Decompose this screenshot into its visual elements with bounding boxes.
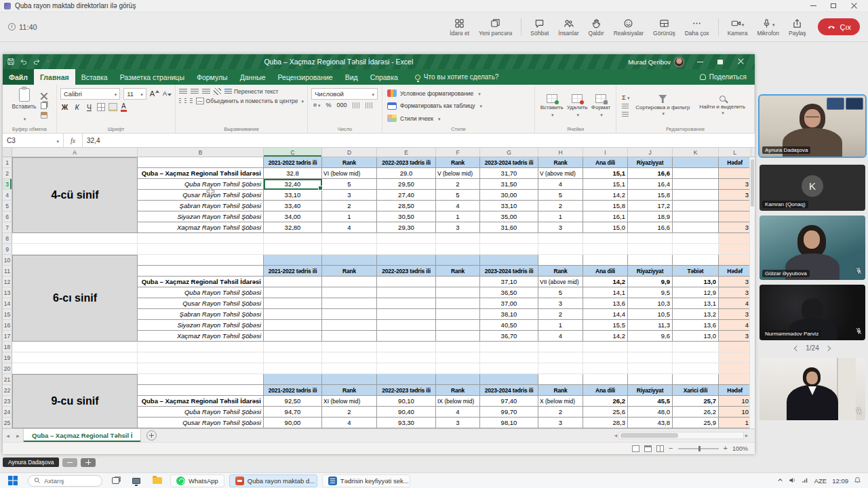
fill-icon[interactable]	[622, 104, 629, 109]
cell-C4[interactable]: 33,10	[264, 190, 322, 201]
cell-D19[interactable]	[322, 352, 377, 363]
shrink-font-icon[interactable]: А	[163, 91, 172, 97]
cell-K8[interactable]	[673, 233, 719, 244]
participant-tile-parviz[interactable]: Nurməmmədov Parviz	[760, 285, 865, 340]
close-icon[interactable]	[844, 1, 864, 12]
leave-button[interactable]: Çıx	[818, 18, 861, 35]
cell-J15[interactable]: 10,5	[628, 309, 673, 320]
cell-K2[interactable]	[673, 168, 719, 179]
cell-J16[interactable]: 11,3	[628, 320, 673, 331]
cell-G3[interactable]: 31,50	[480, 179, 538, 190]
align-middle-icon[interactable]	[191, 89, 199, 95]
cell-E7[interactable]: 29,30	[377, 222, 436, 233]
sheet-tab[interactable]: Quba – Xaçmaz Regional Təhsil İ	[23, 429, 141, 442]
cell-K11[interactable]: Təbiət	[673, 266, 719, 277]
row-header-17[interactable]: 17	[3, 331, 12, 342]
row-header-11[interactable]: 11	[3, 266, 12, 277]
row-header-20[interactable]: 20	[3, 363, 12, 374]
align-center-icon[interactable]	[184, 98, 186, 104]
cell-B3[interactable]: Quba Rayon Təhsil Şöbəsi	[138, 179, 264, 190]
cell-E22[interactable]: 2022-2023 tədris ili	[377, 385, 436, 396]
participant-tile-kamran[interactable]: KKamran (Qonaq)	[760, 165, 865, 211]
cell-D6[interactable]: 1	[322, 211, 377, 222]
cell-L4[interactable]: 3	[719, 190, 751, 201]
cell-F15[interactable]	[436, 309, 480, 320]
vertical-scrollbar[interactable]	[749, 157, 755, 428]
participant-tile-gulzar[interactable]: Gülzar Əyyubova	[760, 216, 865, 280]
cell-L18[interactable]	[719, 342, 751, 352]
increase-decimal-icon[interactable]	[353, 102, 360, 108]
ribbon-tab-page-layout[interactable]: Разметка страницы	[114, 69, 191, 85]
cell-L1[interactable]: Hədəf	[719, 157, 751, 168]
cell-I23[interactable]: 26,2	[583, 396, 628, 407]
cell-J12[interactable]: 9,9	[628, 277, 673, 287]
cell-D1[interactable]: Rank	[322, 157, 377, 168]
cell-C21[interactable]	[264, 374, 322, 385]
cell-B22[interactable]	[138, 385, 264, 396]
cell-B12[interactable]: Quba – Xaçmaz Regional Təhsil İdarəsi	[138, 277, 264, 287]
column-header-H[interactable]: H	[538, 148, 583, 157]
toolbar-mikrofon[interactable]: Mikrofon	[752, 14, 784, 41]
cell-L7[interactable]: 3	[719, 222, 751, 233]
decrease-decimal-icon[interactable]	[366, 102, 373, 108]
cell-D4[interactable]: 3	[322, 190, 377, 201]
speaker-icon[interactable]	[789, 476, 796, 485]
column-header-A[interactable]: A	[12, 148, 138, 157]
cell-A9[interactable]	[12, 244, 138, 255]
cell-J4[interactable]: 15,8	[628, 190, 673, 201]
cell-I17[interactable]: 14,2	[583, 331, 628, 342]
cell-K1[interactable]	[673, 157, 719, 168]
cell-B14[interactable]: Qusar Rayon Təhsil Şöbəsi	[138, 298, 264, 309]
cell-J2[interactable]: 16,6	[628, 168, 673, 179]
cell-C5[interactable]: 33,40	[264, 201, 322, 211]
row-header-24[interactable]: 24	[3, 407, 12, 418]
cell-J24[interactable]: 48,0	[628, 407, 673, 418]
cell-L3[interactable]: 3	[719, 179, 751, 190]
cell-G5[interactable]: 33,10	[480, 201, 538, 211]
cell-G9[interactable]	[480, 244, 538, 255]
cell-C17[interactable]	[264, 331, 322, 342]
cell-L22[interactable]: Hədəf	[719, 385, 751, 396]
borders-icon[interactable]	[97, 103, 105, 111]
cell-B7[interactable]: Xaçmaz Rayon Təhsil Şöbəsi	[138, 222, 264, 233]
cell-J7[interactable]: 16,6	[628, 222, 673, 233]
row-header-22[interactable]: 22	[3, 385, 12, 396]
cell-I20[interactable]	[583, 363, 628, 374]
cell-K16[interactable]: 13,6	[673, 320, 719, 331]
cell-I16[interactable]: 15,5	[583, 320, 628, 331]
cell-J17[interactable]: 9,6	[628, 331, 673, 342]
cell-I13[interactable]: 14,1	[583, 287, 628, 298]
cell-C2[interactable]: 32.8	[264, 168, 322, 179]
cell-E17[interactable]	[377, 331, 436, 342]
grade-label-1[interactable]: 4-cü sinif	[12, 157, 138, 233]
taskbar-app-whatsapp[interactable]: WhatsApp	[170, 474, 224, 487]
taskbar-app-tedris[interactable]: Tədrisin keyfiyyəti sek...	[322, 474, 410, 487]
cell-B15[interactable]: Şabran Rayon Təhsil Şöbəsi	[138, 309, 264, 320]
cut-icon[interactable]	[41, 93, 47, 100]
cell-J23[interactable]: 45,5	[628, 396, 673, 407]
cell-G14[interactable]: 37,00	[480, 298, 538, 309]
excel-close-icon[interactable]	[730, 56, 751, 67]
cell-F1[interactable]: Rank	[436, 157, 480, 168]
cell-L20[interactable]	[719, 363, 751, 374]
cell-C16[interactable]	[264, 320, 322, 331]
cell-L24[interactable]: 10	[719, 407, 751, 418]
cell-K20[interactable]	[673, 363, 719, 374]
cell-E20[interactable]	[377, 363, 436, 374]
cell-D9[interactable]	[322, 244, 377, 255]
cell-H4[interactable]: 5	[538, 190, 583, 201]
cell-F7[interactable]: 3	[436, 222, 480, 233]
row-header-25[interactable]: 25	[3, 418, 12, 428]
cell-H17[interactable]: 4	[538, 331, 583, 342]
cell-K24[interactable]: 26,2	[673, 407, 719, 418]
cell-E12[interactable]	[377, 277, 436, 287]
cell-H24[interactable]: 2	[538, 407, 583, 418]
cell-D14[interactable]	[322, 298, 377, 309]
toolbar-paylas[interactable]: Paylaş	[784, 14, 811, 41]
column-header-D[interactable]: D	[322, 148, 377, 157]
cell-J21[interactable]	[628, 374, 673, 385]
cell-E3[interactable]: 29,50	[377, 179, 436, 190]
cell-A19[interactable]	[12, 352, 138, 363]
row-header-10[interactable]: 10	[3, 255, 12, 266]
excel-minimize-icon[interactable]	[690, 56, 710, 67]
